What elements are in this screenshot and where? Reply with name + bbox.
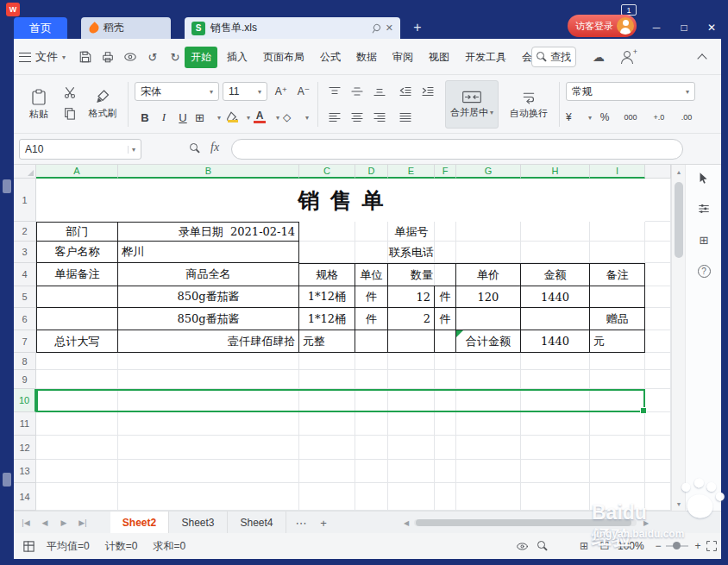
row-header-5[interactable]: 5	[14, 286, 36, 308]
zoom-level[interactable]: 100%	[618, 540, 644, 552]
column-header-A[interactable]: A	[36, 165, 118, 179]
cell-C9[interactable]	[299, 370, 355, 389]
row-header-1[interactable]: 1	[14, 179, 36, 222]
cell-G2[interactable]	[456, 222, 521, 242]
content-cell-A7[interactable]: 总计大写	[36, 330, 118, 353]
cell-E13[interactable]	[388, 460, 435, 483]
tab-view[interactable]: 视图	[423, 47, 455, 68]
row-header-9[interactable]: 9	[14, 370, 36, 389]
cell-I8[interactable]	[590, 353, 645, 370]
cell-A13[interactable]	[36, 460, 118, 483]
decrease-indent-button[interactable]	[395, 82, 416, 101]
cell-A10[interactable]	[36, 389, 118, 412]
content-cell-C6[interactable]: 1*12桶	[299, 308, 355, 330]
row-header-12[interactable]: 12	[14, 436, 36, 460]
row-header-7[interactable]: 7	[14, 330, 36, 353]
row-header-3[interactable]: 3	[14, 242, 36, 263]
cell-C3[interactable]	[299, 242, 355, 263]
cell-F13[interactable]	[435, 460, 456, 483]
row-header-2[interactable]: 2	[14, 222, 36, 242]
content-cell-D5[interactable]: 件	[355, 286, 388, 308]
cell-J4[interactable]	[645, 263, 671, 286]
cell-G9[interactable]	[456, 370, 521, 389]
cell-J11[interactable]	[645, 412, 671, 436]
content-cell-A4[interactable]: 单据备注	[36, 263, 118, 286]
cell-A8[interactable]	[36, 353, 118, 370]
cell-E12[interactable]	[388, 436, 435, 460]
cell-H12[interactable]	[521, 436, 590, 460]
undo-button[interactable]: ↺	[143, 47, 162, 66]
cell-A9[interactable]	[36, 370, 118, 389]
content-cell-H7[interactable]: 1440	[521, 330, 590, 353]
cell-E14[interactable]	[388, 483, 435, 511]
content-cell-A6[interactable]	[36, 308, 118, 330]
cell-F9[interactable]	[435, 370, 456, 389]
column-header-overflow[interactable]	[645, 165, 671, 179]
cell-H3[interactable]	[521, 242, 590, 263]
content-cell-B6[interactable]: 850g番茄酱	[118, 308, 299, 330]
home-tab[interactable]: 首页	[14, 17, 67, 39]
column-header-F[interactable]: F	[435, 165, 456, 179]
first-sheet-icon[interactable]: |◀	[17, 518, 35, 527]
cloud-sync-icon[interactable]: ☁	[590, 49, 607, 65]
column-header-G[interactable]: G	[456, 165, 521, 179]
cell-C14[interactable]	[299, 483, 355, 511]
cell-mode-icon[interactable]	[21, 539, 36, 553]
cell-I12[interactable]	[590, 436, 645, 460]
content-cell-E6[interactable]: 2	[388, 308, 435, 330]
align-right-button[interactable]	[369, 108, 390, 127]
cell-G10[interactable]	[456, 389, 521, 412]
cell-C13[interactable]	[299, 460, 355, 483]
copy-button[interactable]	[60, 104, 79, 122]
close-button[interactable]: ✕	[702, 19, 721, 36]
cell-D11[interactable]	[355, 412, 388, 436]
percent-format-button[interactable]: %	[595, 108, 614, 127]
cell-J14[interactable]	[645, 483, 671, 511]
tab-home[interactable]: 开始	[185, 47, 217, 68]
cell-D10[interactable]	[355, 389, 388, 412]
last-sheet-icon[interactable]: ▶|	[74, 518, 91, 527]
fill-color-button[interactable]: ▾	[224, 108, 250, 127]
tab-review[interactable]: 审阅	[386, 47, 419, 68]
cell-J1[interactable]	[645, 179, 671, 222]
cell-F8[interactable]	[435, 353, 456, 370]
content-cell-B4[interactable]: 商品全名	[118, 263, 299, 286]
content-cell-H6[interactable]	[521, 308, 590, 330]
cell-F14[interactable]	[435, 483, 456, 511]
cell-D14[interactable]	[355, 483, 388, 511]
cell-B10[interactable]	[118, 389, 299, 412]
visitor-login-button[interactable]: 访客登录	[568, 15, 637, 37]
content-cell-H4[interactable]: 金额	[521, 263, 590, 286]
scroll-left-icon[interactable]: ◀	[400, 512, 412, 534]
sheet-tab-sheet4[interactable]: Sheet4	[228, 512, 286, 534]
cell-G13[interactable]	[456, 460, 521, 483]
content-cell-A1[interactable]: 销售单	[36, 179, 645, 222]
cell-H11[interactable]	[521, 412, 590, 436]
content-cell-G5[interactable]: 120	[456, 286, 521, 308]
content-cell-E3[interactable]: 联系电话	[388, 242, 435, 263]
currency-format-button[interactable]: ¥▾	[566, 108, 592, 127]
column-header-H[interactable]: H	[521, 165, 590, 179]
thousands-format-button[interactable]: 000	[618, 108, 643, 127]
row-header-4[interactable]: 4	[14, 263, 36, 286]
cell-F12[interactable]	[435, 436, 456, 460]
cell-E10[interactable]	[388, 389, 435, 412]
content-cell-E4[interactable]: 数量	[388, 263, 456, 286]
sliders-icon[interactable]	[696, 201, 712, 217]
cell-J5[interactable]	[645, 286, 671, 308]
maximize-button[interactable]: □	[675, 19, 693, 36]
cell-C2[interactable]	[299, 222, 355, 242]
content-cell-A3[interactable]: 客户名称	[36, 242, 118, 263]
row-header-10[interactable]: 10	[14, 389, 36, 412]
cell-G12[interactable]	[456, 436, 521, 460]
content-cell-A5[interactable]	[36, 286, 118, 308]
column-header-D[interactable]: D	[355, 165, 388, 179]
zoom-out-button[interactable]: −	[650, 539, 666, 553]
content-cell-F5[interactable]: 件	[435, 286, 456, 308]
cell-I3[interactable]	[590, 242, 645, 263]
cell-J2[interactable]	[645, 222, 671, 242]
row-header-14[interactable]: 14	[14, 483, 36, 511]
content-cell-A2[interactable]: 部门	[36, 222, 118, 242]
content-cell-F7[interactable]	[435, 330, 456, 353]
cell-G11[interactable]	[456, 412, 521, 436]
